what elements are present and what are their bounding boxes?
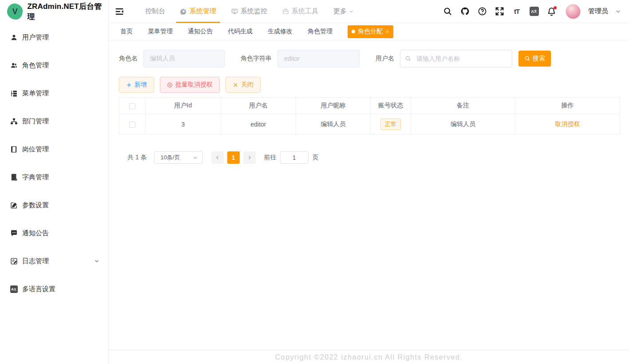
page-unit-label: 页 [313,154,319,162]
total-count: 共 1 条 [127,154,147,162]
filter-role-key: 角色字符串 [241,50,360,67]
log-icon [10,257,18,265]
column-status: 账号状态 [371,98,411,114]
sidebar-collapse-icon[interactable] [115,6,126,17]
table-row: 3 editor 编辑人员 正常 编辑人员 取消授权 [119,114,620,135]
row-checkbox[interactable] [129,122,135,128]
nav-item-system-tools[interactable]: 系统工具 [275,0,326,23]
column-actions: 操作 [515,98,620,114]
select-all-checkbox[interactable] [129,103,135,109]
footer: Copyright ©2022 izhaorui.cn All Rights R… [109,350,629,364]
post-icon [10,146,18,154]
tab-role-management[interactable]: 角色管理 [308,28,332,36]
logo-row[interactable]: V ZRAdmin.NET后台管理 [0,0,108,23]
next-page-button[interactable] [243,151,256,164]
sidebar-menu: 用户管理 角色管理 菜单管理 部门管理 [0,23,108,303]
role-name-label: 角色名 [119,55,138,63]
page-content: 角色名 角色字符串 用户名 [109,40,629,350]
cell-user-id: 3 [146,114,221,135]
avatar[interactable] [566,4,581,19]
nav-item-system-monitor[interactable]: 系统监控 [224,0,275,23]
dictionary-icon [10,174,18,182]
pagination: 共 1 条 10条/页 1 前往 页 [127,151,620,164]
monitor-icon [231,8,238,15]
sidebar-item-posts[interactable]: 岗位管理 [0,135,108,163]
chevron-down-icon [349,9,354,14]
sidebar-item-dictionary[interactable]: 字典管理 [0,163,108,191]
chevron-down-icon[interactable] [615,8,621,14]
page-size-select[interactable]: 10条/页 [154,151,203,164]
tab-code-generation[interactable]: 代码生成 [228,28,253,36]
sidebar-item-i18n[interactable]: A文 多语言设置 [0,275,108,303]
sidebar-item-departments[interactable]: 部门管理 [0,107,108,135]
filter-user-name: 用户名 [376,50,512,67]
prev-page-button[interactable] [211,151,224,164]
department-icon [10,118,18,126]
sidebar-item-roles[interactable]: 角色管理 [0,51,108,79]
sidebar: V ZRAdmin.NET后台管理 用户管理 角色管理 [0,0,109,364]
add-button[interactable]: 新增 [119,77,154,93]
sidebar-item-notices[interactable]: 通知公告 [0,219,108,247]
close-icon[interactable]: × [386,28,389,35]
bell-icon[interactable] [545,5,558,18]
sidebar-item-users[interactable]: 用户管理 [0,24,108,51]
tab-role-assignment[interactable]: 角色分配 × [348,25,393,38]
main-column: 控制台 系统管理 系统监控 [109,0,629,364]
menu-tree-icon [10,90,18,98]
nav-item-more[interactable]: 更多 [326,0,361,23]
gear-icon [180,8,187,15]
nav-item-console[interactable]: 控制台 [138,0,173,23]
role-name-input[interactable] [143,50,225,67]
cancel-auth-link[interactable]: 取消授权 [555,120,580,127]
nav-item-system-management[interactable]: 系统管理 [173,0,224,23]
cell-nick-name: 编辑人员 [296,114,371,135]
filter-form: 角色名 角色字符串 用户名 [119,50,620,67]
column-remark: 备注 [411,98,515,114]
batch-cancel-auth-button[interactable]: 批量取消授权 [160,77,220,93]
active-tab-dot [352,30,355,33]
sidebar-item-parameters[interactable]: 参数设置 [0,191,108,219]
app-logo: V [7,4,23,20]
topbar-right: tT A文 管理员 [441,4,621,19]
topbar: 控制台 系统管理 系统监控 [109,0,629,23]
page-number-button[interactable]: 1 [227,151,240,164]
column-nick-name: 用户昵称 [296,98,371,114]
goto-label: 前往 [264,154,277,162]
toolbox-icon [282,8,289,15]
edit-icon [10,202,18,210]
app-root: V ZRAdmin.NET后台管理 用户管理 角色管理 [0,0,629,364]
filter-role-name: 角色名 [119,50,225,67]
sidebar-item-menus[interactable]: 菜单管理 [0,79,108,107]
toolbar: 新增 批量取消授权 关闭 [119,77,620,93]
user-name-input[interactable] [400,50,512,67]
top-nav: 控制台 系统管理 系统监控 [138,0,361,23]
github-icon[interactable] [458,5,471,18]
logo-letter: V [12,7,18,16]
tab-notices[interactable]: 通知公告 [188,28,213,36]
font-size-icon[interactable]: tT [510,5,523,18]
translate-icon: A文 [10,285,18,293]
goto-page-input[interactable] [280,151,309,164]
search-button[interactable]: 搜索 [518,51,551,67]
tab-generate-modify[interactable]: 生成修改 [268,28,293,36]
table-header-row: 用户Id 用户名 用户昵称 账号状态 备注 操作 [119,98,620,114]
chevron-down-icon [94,257,99,265]
cell-user-name: editor [221,114,296,135]
cell-remark: 编辑人员 [411,114,515,135]
role-key-input[interactable] [277,50,360,67]
user-name-label: 用户名 [376,55,394,63]
tab-menu-management[interactable]: 菜单管理 [148,28,173,36]
notification-dot [554,6,557,9]
search-icon[interactable] [441,5,454,18]
tab-home[interactable]: 首页 [120,28,133,36]
chat-bubble-icon [10,229,18,237]
fullscreen-icon[interactable] [493,5,506,18]
translate-icon[interactable]: A文 [527,5,541,18]
column-user-name: 用户名 [221,98,296,114]
help-icon[interactable] [475,5,489,18]
close-button[interactable]: 关闭 [225,77,261,93]
sidebar-item-logs[interactable]: 日志管理 [0,247,108,275]
search-icon [405,55,411,62]
status-badge: 正常 [380,119,401,130]
roles-icon [10,62,18,70]
